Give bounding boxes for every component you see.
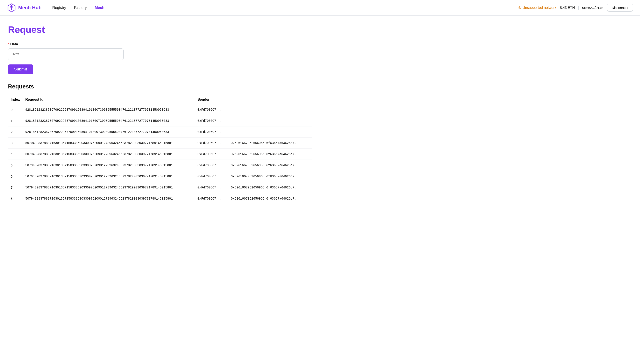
submit-button[interactable]: Submit — [8, 64, 33, 74]
nav-mech[interactable]: Mech — [95, 6, 104, 10]
cell-sender: 0xFd7005C7... — [195, 104, 228, 115]
table-row: 7 50794328378887163013571583386903309752… — [8, 182, 312, 193]
disconnect-button[interactable]: Disconnect — [607, 4, 633, 12]
cell-index: 1 — [8, 115, 23, 126]
cell-sender: 0xFd7005C7... — [195, 149, 228, 160]
cell-extra: 0x6261667962656965 6f63657a64626b7... — [228, 182, 312, 193]
eth-balance: 5.43 ETH — [560, 6, 579, 10]
data-field-group: * Data — [8, 42, 312, 60]
table-row: 0 92818512823873670922253709915089410180… — [8, 104, 312, 115]
requests-table: Index Request Id Sender 0 92818512823873… — [8, 95, 312, 204]
table-row: 1 92818512823873670922253709915089410180… — [8, 115, 312, 126]
cell-request-id: 5079432837888716301357158338690330975209… — [23, 138, 195, 149]
required-star: * — [8, 42, 9, 46]
table-row: 6 50794328378887163013571583386903309752… — [8, 171, 312, 182]
cell-request-id: 9281851282387367092225370991508941018007… — [23, 104, 195, 115]
nav-factory[interactable]: Factory — [74, 6, 87, 10]
cell-index: 5 — [8, 160, 23, 171]
col-header-index: Index — [8, 95, 23, 104]
cell-sender: 0xFd7005C7... — [195, 126, 228, 138]
main-nav: Registry Factory Mech — [52, 6, 104, 10]
cell-extra: 0x6261667962656965 6f63657a64626b7... — [228, 171, 312, 182]
cell-index: 2 — [8, 126, 23, 138]
cell-request-id: 5079432837888716301357158338690330975209… — [23, 149, 195, 160]
cell-index: 3 — [8, 138, 23, 149]
cell-index: 4 — [8, 149, 23, 160]
cell-request-id: 5079432837888716301357158338690330975209… — [23, 193, 195, 204]
cell-index: 0 — [8, 104, 23, 115]
data-input[interactable] — [8, 48, 124, 60]
logo-link[interactable]: Mech Hub — [7, 3, 42, 12]
cell-index: 7 — [8, 182, 23, 193]
cell-request-id: 9281851282387367092225370991508941018007… — [23, 115, 195, 126]
col-header-extra — [228, 95, 312, 104]
warning-icon: ⚠ — [518, 5, 521, 10]
cell-request-id: 5079432837888716301357158338690330975209… — [23, 182, 195, 193]
cell-extra — [228, 126, 312, 138]
data-field-label: * Data — [8, 42, 312, 46]
main-content: Request * Data Submit Requests Index Req… — [0, 16, 320, 213]
cell-request-id: 9281851282387367092225370991508941018007… — [23, 126, 195, 138]
col-header-sender: Sender — [195, 95, 228, 104]
network-status: ⚠ Unsupported network — [518, 5, 556, 10]
table-row: 8 50794328378887163013571583386903309752… — [8, 193, 312, 204]
logo-icon — [7, 3, 16, 12]
cell-sender: 0xFd7005C7... — [195, 138, 228, 149]
nav-registry[interactable]: Registry — [52, 6, 66, 10]
cell-sender: 0xFd7005C7... — [195, 160, 228, 171]
logo-title: Mech Hub — [18, 5, 42, 11]
cell-sender: 0xFd7005C7... — [195, 171, 228, 182]
cell-extra: 0x6261667962656965 6f63657a64626b7... — [228, 193, 312, 204]
cell-sender: 0xFd7005C7... — [195, 193, 228, 204]
header-right: ⚠ Unsupported network 5.43 ETH 0xEB2...f… — [518, 4, 633, 12]
table-row: 2 92818512823873670922253709915089410180… — [8, 126, 312, 138]
network-status-label: Unsupported network — [522, 6, 556, 10]
page-title: Request — [8, 24, 312, 35]
cell-request-id: 5079432837888716301357158338690330975209… — [23, 171, 195, 182]
cell-index: 8 — [8, 193, 23, 204]
cell-request-id: 5079432837888716301357158338690330975209… — [23, 160, 195, 171]
table-row: 3 50794328378887163013571583386903309752… — [8, 138, 312, 149]
header: Mech Hub Registry Factory Mech ⚠ Unsuppo… — [0, 0, 640, 16]
wallet-address: 0xEB2...f914E — [582, 6, 604, 10]
cell-extra — [228, 115, 312, 126]
cell-extra: 0x6261667962656965 6f63657a64626b7... — [228, 160, 312, 171]
col-header-request-id: Request Id — [23, 95, 195, 104]
cell-index: 6 — [8, 171, 23, 182]
cell-sender: 0xFd7005C7... — [195, 182, 228, 193]
cell-extra — [228, 104, 312, 115]
table-row: 4 50794328378887163013571583386903309752… — [8, 149, 312, 160]
requests-section-title: Requests — [8, 83, 312, 90]
cell-extra: 0x6261667962656965 6f63657a64626b7... — [228, 138, 312, 149]
cell-sender: 0xFd7005C7... — [195, 115, 228, 126]
cell-extra: 0x6261667962656965 6f63657a64626b7... — [228, 149, 312, 160]
table-row: 5 50794328378887163013571583386903309752… — [8, 160, 312, 171]
